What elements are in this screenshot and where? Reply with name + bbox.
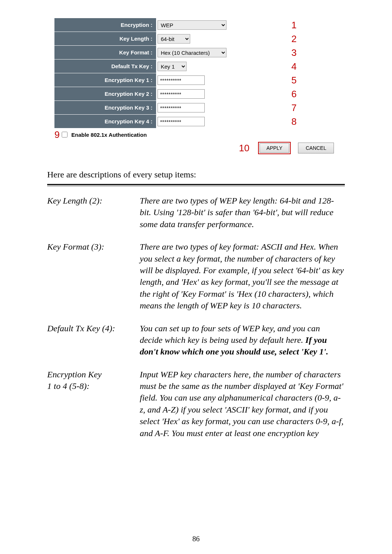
form-control-cell <box>156 115 250 128</box>
apply-highlight: APPLY <box>258 142 291 154</box>
divider <box>47 184 345 186</box>
auth-row: 9 Enable 802.1x Authentication <box>54 128 338 141</box>
form-label: Encryption Key 3 : <box>54 101 156 115</box>
encryption-key-input[interactable] <box>158 75 205 85</box>
description-item: Key Length (2):There are two types of WE… <box>47 195 345 230</box>
annotation-number: 2 <box>250 32 338 46</box>
annotation-number: 8 <box>250 115 338 128</box>
description-text: Input WEP key characters here, the numbe… <box>140 369 345 439</box>
enable-8021x-checkbox[interactable] <box>62 132 68 138</box>
annotation-9: 9 <box>54 129 60 140</box>
description-text: There are two types of WEP key length: 6… <box>140 195 345 230</box>
encryption-key-input[interactable] <box>158 117 205 126</box>
form-control-cell <box>156 101 250 115</box>
form-row: Key Format :Hex (10 Characters)3 <box>54 46 338 59</box>
description-term: Encryption Key 1 to 4 (5-8): <box>47 369 140 439</box>
form-row: Default Tx Key :Key 14 <box>54 59 338 73</box>
buttons-row: 10 APPLY CANCEL <box>54 141 338 155</box>
form-label: Encryption Key 4 : <box>54 115 156 128</box>
form-control-cell: Hex (10 Characters) <box>156 46 250 59</box>
form-control-cell <box>156 73 250 87</box>
apply-button[interactable]: APPLY <box>260 143 289 153</box>
annotation-number: 1 <box>250 18 338 32</box>
description-term: Default Tx Key (4): <box>47 323 140 358</box>
form-control-cell: WEP <box>156 18 250 32</box>
form-control-cell: 64-bit <box>156 32 250 46</box>
annotation-number: 6 <box>250 87 338 101</box>
form-row: Encryption Key 2 :6 <box>54 87 338 101</box>
description-item: Encryption Key 1 to 4 (5-8):Input WEP ke… <box>47 369 345 439</box>
form-select[interactable]: Key 1 <box>158 62 187 71</box>
descriptions-intro: Here are descriptions of every setup ite… <box>47 170 345 180</box>
encryption-key-input[interactable] <box>158 89 205 99</box>
cancel-button[interactable]: CANCEL <box>298 143 334 153</box>
form-label: Encryption Key 1 : <box>54 73 156 87</box>
enable-8021x-label: Enable 802.1x Authentication <box>71 132 147 138</box>
encryption-key-input[interactable] <box>158 103 205 112</box>
form-select[interactable]: WEP <box>158 20 226 30</box>
form-select[interactable]: 64-bit <box>158 34 190 44</box>
annotation-10: 10 <box>239 143 249 154</box>
form-label: Encryption : <box>54 18 156 32</box>
form-row: Encryption Key 3 :7 <box>54 101 338 115</box>
description-term: Key Format (3): <box>47 241 140 311</box>
description-term: Key Length (2): <box>47 195 140 230</box>
description-text: There are two types of key format: ASCII… <box>140 241 345 311</box>
annotation-number: 3 <box>250 46 338 59</box>
description-item: Default Tx Key (4):You can set up to fou… <box>47 323 345 358</box>
form-label: Encryption Key 2 : <box>54 87 156 101</box>
description-text: You can set up to four sets of WEP key, … <box>140 323 345 358</box>
description-item: Key Format (3):There are two types of ke… <box>47 241 345 311</box>
annotation-number: 5 <box>250 73 338 87</box>
form-label: Default Tx Key : <box>54 59 156 73</box>
form-label: Key Length : <box>54 32 156 46</box>
form-row: Encryption Key 4 :8 <box>54 115 338 128</box>
form-select[interactable]: Hex (10 Characters) <box>158 48 226 57</box>
form-row: Encryption Key 1 :5 <box>54 73 338 87</box>
form-label: Key Format : <box>54 46 156 59</box>
annotation-number: 7 <box>250 101 338 115</box>
form-control-cell: Key 1 <box>156 59 250 73</box>
annotation-number: 4 <box>250 59 338 73</box>
settings-form: Encryption :WEP1Key Length :64-bit2Key F… <box>54 18 338 155</box>
page-number: 86 <box>0 535 392 543</box>
form-row: Key Length :64-bit2 <box>54 32 338 46</box>
form-control-cell <box>156 87 250 101</box>
form-row: Encryption :WEP1 <box>54 18 338 32</box>
